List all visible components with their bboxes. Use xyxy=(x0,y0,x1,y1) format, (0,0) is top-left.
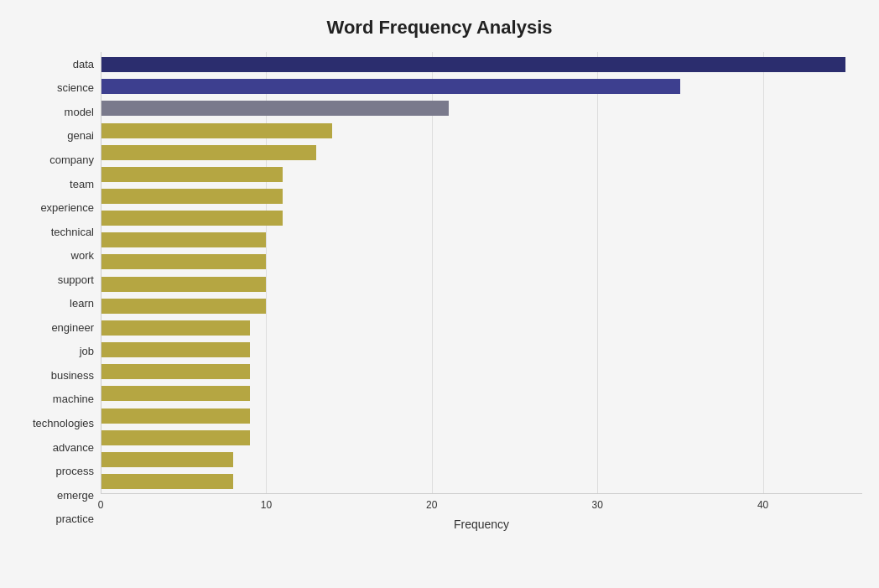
y-label: engineer xyxy=(51,322,94,333)
chart-container: Word Frequency Analysis datasciencemodel… xyxy=(0,0,879,588)
bar xyxy=(101,189,283,204)
bar-row xyxy=(101,97,862,119)
bar xyxy=(101,408,250,424)
x-axis-label: Frequency xyxy=(101,518,862,531)
bar-row xyxy=(101,119,862,141)
bar-row xyxy=(101,207,862,229)
bar xyxy=(101,364,250,379)
bar-row xyxy=(101,382,862,404)
bar xyxy=(101,57,845,72)
x-tick: 40 xyxy=(757,499,768,511)
y-label: emerge xyxy=(57,490,94,501)
bar-row xyxy=(101,317,862,339)
y-label: model xyxy=(65,107,94,117)
bar xyxy=(101,386,250,401)
bar xyxy=(101,232,266,247)
bar xyxy=(101,299,266,314)
y-axis: datasciencemodelgenaicompanyteamexperien… xyxy=(17,52,101,531)
bar xyxy=(101,277,266,292)
y-label: business xyxy=(51,370,94,381)
bar-row xyxy=(101,229,862,251)
y-label: experience xyxy=(40,202,94,213)
bar xyxy=(101,167,283,182)
bar-row xyxy=(101,471,862,492)
x-tick: 10 xyxy=(261,499,272,511)
bar xyxy=(101,320,250,336)
bar-row xyxy=(101,273,862,295)
y-label: technologies xyxy=(33,418,94,429)
x-tick: 20 xyxy=(426,499,437,511)
bar xyxy=(101,452,233,467)
y-label: advance xyxy=(53,442,94,453)
bar-row xyxy=(101,405,862,427)
bar-row xyxy=(101,75,862,97)
y-label: learn xyxy=(70,298,94,309)
bar xyxy=(101,123,332,138)
bar-row xyxy=(101,142,862,164)
y-label: machine xyxy=(53,393,94,404)
bar xyxy=(101,101,449,116)
bar-row xyxy=(101,449,862,471)
y-label: job xyxy=(80,346,94,356)
chart-title: Word Frequency Analysis xyxy=(17,17,862,39)
y-label: science xyxy=(57,82,94,93)
y-label: data xyxy=(73,59,94,70)
chart-area: datasciencemodelgenaicompanyteamexperien… xyxy=(17,52,862,531)
bar xyxy=(101,474,233,489)
x-axis: 010203040 xyxy=(101,494,862,511)
bar-row xyxy=(101,185,862,207)
bars-area xyxy=(101,52,862,494)
y-label: support xyxy=(58,274,94,285)
bar xyxy=(101,211,283,226)
bar-row xyxy=(101,361,862,382)
bars-and-xaxis: 010203040 Frequency xyxy=(101,52,862,531)
bar-row xyxy=(101,295,862,317)
bar xyxy=(101,145,316,160)
x-tick: 0 xyxy=(98,499,104,511)
y-label: company xyxy=(49,154,94,165)
bar-row xyxy=(101,339,862,361)
bar xyxy=(101,430,250,445)
bar-row xyxy=(101,164,862,185)
bar xyxy=(101,79,680,94)
bar-row xyxy=(101,251,862,273)
bar-row xyxy=(101,427,862,449)
bar xyxy=(101,342,250,357)
y-label: process xyxy=(55,466,94,476)
y-label: technical xyxy=(51,226,94,237)
bar-row xyxy=(101,54,862,75)
y-label: practice xyxy=(55,513,94,524)
y-label: team xyxy=(70,179,94,190)
y-label: genai xyxy=(67,130,94,141)
y-label: work xyxy=(71,250,94,261)
bar xyxy=(101,254,266,269)
x-tick: 30 xyxy=(591,499,602,511)
